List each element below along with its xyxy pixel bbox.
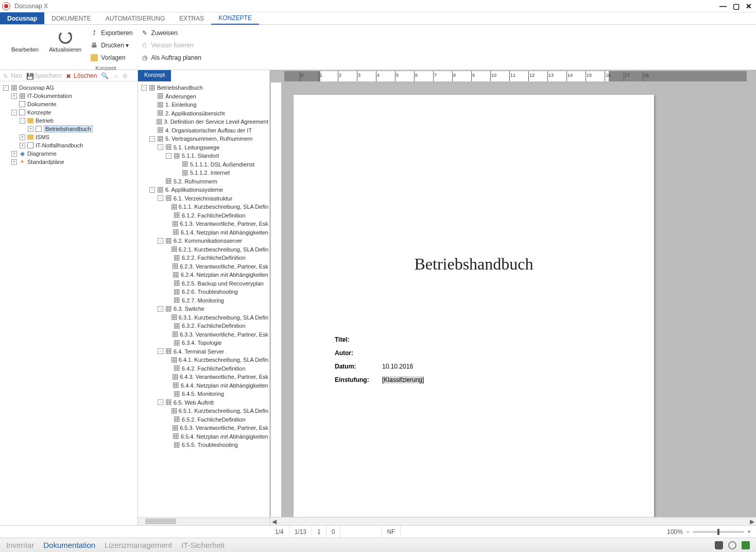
- expand-icon[interactable]: +: [20, 135, 25, 140]
- close-button[interactable]: ✕: [746, 2, 752, 10]
- tree-node[interactable]: 6.5.1. Kurzbeschreibung, SLA Defin: [139, 407, 268, 415]
- tree-node[interactable]: -6. Applikationssysteme: [139, 186, 268, 194]
- tree-node[interactable]: -Konzepte: [1, 108, 136, 116]
- collapse-icon[interactable]: -: [158, 144, 163, 150]
- tree-node[interactable]: 6.1.3. Verantwortliche, Partner, Esk: [139, 220, 268, 228]
- concept-tab[interactable]: Konzept: [138, 70, 171, 81]
- expand-icon[interactable]: +: [11, 151, 17, 157]
- horizontal-scrollbar[interactable]: [138, 517, 269, 525]
- ribbon-tab-automatisierung[interactable]: AUTOMATISIERUNG: [98, 12, 173, 24]
- save-icon[interactable]: [742, 541, 750, 549]
- tree-node[interactable]: -6.1. Verzeichnisstruktur: [139, 194, 268, 203]
- tree-node[interactable]: -Betrieb: [1, 116, 136, 125]
- maximize-button[interactable]: ▢: [733, 2, 740, 10]
- collapse-icon[interactable]: -: [158, 399, 163, 405]
- collapse-icon[interactable]: -: [158, 238, 163, 244]
- bottom-nav-it-sicherheit[interactable]: IT-Sicherheit: [181, 541, 225, 549]
- tree-node[interactable]: Änderungen: [139, 92, 268, 101]
- tree-node[interactable]: -5.1.1. Standort: [139, 152, 268, 160]
- ribbon-app-tab[interactable]: Docusnap: [0, 12, 44, 24]
- tree-node[interactable]: 6.5.2. FachlicheDefinition: [139, 415, 268, 424]
- navigation-tree[interactable]: -Docusnap AG+IT-DokumentationDokumente-K…: [0, 81, 138, 525]
- tree-node[interactable]: 6.2.3. Verantwortliche, Partner, Esk: [139, 262, 268, 271]
- tree-node[interactable]: -5. Vertragsnummern, Rufnummern: [139, 135, 268, 143]
- database-icon[interactable]: [715, 541, 723, 549]
- tree-node[interactable]: 6.4.4. Netzplan mit Abhängigkeiten: [139, 381, 268, 390]
- zoom-slider[interactable]: [693, 531, 744, 533]
- ribbon-tab-extras[interactable]: EXTRAS: [172, 12, 211, 24]
- collapse-icon[interactable]: -: [3, 85, 9, 91]
- tree-node[interactable]: +ISMS: [1, 133, 136, 141]
- tree-node[interactable]: 6.4.5. Monitoring: [139, 390, 268, 398]
- collapse-icon[interactable]: -: [11, 110, 17, 115]
- tree-node[interactable]: 6.4.1. Kurzbeschreibung, SLA Defin: [139, 356, 268, 364]
- templates-button[interactable]: Vorlagen: [91, 53, 132, 63]
- refresh-button[interactable]: Aktualisieren: [45, 27, 85, 64]
- tree-node[interactable]: 6.2.7. Monitoring: [139, 296, 268, 305]
- doc-horizontal-scrollbar[interactable]: ◀ ▶: [270, 517, 756, 525]
- tree-node[interactable]: +IT-Dokumentation: [1, 92, 136, 100]
- collapse-icon[interactable]: -: [20, 118, 25, 124]
- print-button[interactable]: 🖶Drucken ▾: [91, 40, 132, 51]
- tree-node[interactable]: 1. Einleitung: [139, 101, 268, 109]
- expand-icon[interactable]: +: [20, 143, 25, 148]
- tree-node[interactable]: -5.1. Leitungswege: [139, 143, 268, 152]
- tree-node[interactable]: 6.2.1. Kurzbeschreibung, SLA Defin: [139, 245, 268, 254]
- tree-node[interactable]: -Betriebshandbuch: [139, 83, 268, 92]
- tree-node[interactable]: 6.5.3. Verantwortliche, Partner, Esk: [139, 424, 268, 432]
- tree-node[interactable]: +◆Diagramme: [1, 149, 136, 158]
- search-button[interactable]: 🔍: [101, 72, 109, 79]
- tree-node[interactable]: 6.2.4. Netzplan mit Abhängigkeiten: [139, 271, 268, 279]
- tree-node[interactable]: 6.2.6. Troubleshooting: [139, 288, 268, 296]
- edit-button[interactable]: Bearbeiten: [7, 27, 43, 64]
- collapse-icon[interactable]: -: [149, 136, 155, 142]
- zoom-control[interactable]: 100% − +: [662, 528, 756, 536]
- globe-icon[interactable]: [728, 541, 736, 549]
- document-area[interactable]: Betriebshandbuch Titel: Autor: Datum:10.…: [270, 82, 756, 517]
- collapse-icon[interactable]: -: [158, 306, 163, 312]
- tree-node[interactable]: 6.4.3. Verantwortliche, Partner, Esk: [139, 373, 268, 381]
- tree-node[interactable]: -6.4. Terminal Server: [139, 347, 268, 356]
- tree-node[interactable]: +✦Standardpläne: [1, 158, 136, 166]
- tree-node[interactable]: 6.2.5. Backup und Recoveryplan: [139, 279, 268, 288]
- collapse-icon[interactable]: -: [149, 187, 155, 193]
- expand-icon[interactable]: +: [28, 126, 33, 132]
- ribbon-tab-dokumente[interactable]: DOKUMENTE: [44, 12, 98, 24]
- tree-node[interactable]: 5.1.1.1. DSL Außendienst: [139, 160, 268, 169]
- tree-node[interactable]: 3. Definition der Service Level Agreemen…: [139, 118, 268, 126]
- tree-node[interactable]: Dokumente: [1, 100, 136, 108]
- tree-node[interactable]: 6.1.4. Netzplan mit Abhängigkeiten: [139, 228, 268, 237]
- zoom-in-button[interactable]: +: [747, 528, 751, 536]
- schedule-button[interactable]: ◷Als Auftrag planen: [141, 53, 201, 63]
- minimize-button[interactable]: —: [719, 2, 727, 10]
- tree-node[interactable]: 2. Applikationsübersicht: [139, 109, 268, 118]
- collapse-icon[interactable]: -: [166, 153, 171, 159]
- vertical-ruler[interactable]: [271, 82, 281, 517]
- collapse-icon[interactable]: -: [141, 85, 147, 91]
- tree-node[interactable]: 6.4.2. FachlicheDefinition: [139, 364, 268, 373]
- tree-node[interactable]: 6.5.5. Troubleshooting: [139, 441, 268, 449]
- delete-button[interactable]: ✖Löschen: [66, 72, 97, 79]
- scroll-left-icon[interactable]: ◀: [270, 517, 278, 525]
- collapse-icon[interactable]: -: [158, 195, 163, 201]
- tree-node[interactable]: 5.1.1.2. Internet: [139, 169, 268, 177]
- tree-node[interactable]: -6.3. Switche: [139, 305, 268, 313]
- tree-node[interactable]: 6.5.4. Netzplan mit Abhängigkeiten: [139, 432, 268, 441]
- assign-button[interactable]: ✎Zuweisen: [141, 28, 201, 38]
- expand-icon[interactable]: +: [11, 93, 17, 99]
- tree-node[interactable]: -Docusnap AG: [1, 83, 136, 92]
- bottom-nav-inventar[interactable]: Inventar: [6, 541, 34, 549]
- tree-node[interactable]: 6.1.1. Kurzbeschreibung, SLA Defin: [139, 203, 268, 211]
- tree-node[interactable]: 6.3.1. Kurzbeschreibung, SLA Defin: [139, 313, 268, 322]
- bottom-nav-lizenzmanagement[interactable]: Lizenzmanagement: [105, 541, 172, 549]
- expand-icon[interactable]: +: [11, 159, 17, 165]
- horizontal-ruler[interactable]: 0123456789101112131415161718: [284, 71, 747, 81]
- tree-node[interactable]: -6.2. Kommunikationsserver: [139, 237, 268, 245]
- concept-tree[interactable]: -BetriebshandbuchÄnderungen1. Einleitung…: [138, 81, 269, 517]
- tree-node[interactable]: 5.2. Rufnummern: [139, 177, 268, 186]
- tree-node[interactable]: -6.5. Web Auftritt: [139, 398, 268, 407]
- ribbon-tab-konzepte[interactable]: KONZEPTE: [211, 12, 259, 25]
- tree-node[interactable]: 6.3.3. Verantwortliche, Partner, Esk: [139, 330, 268, 339]
- collapse-icon[interactable]: -: [158, 348, 163, 354]
- tree-node[interactable]: 6.3.4. Topologie: [139, 339, 268, 347]
